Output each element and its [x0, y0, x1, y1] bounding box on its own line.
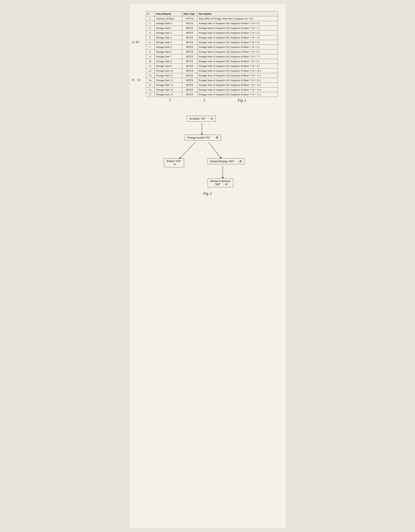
state-A-label: Available "111" — [190, 117, 206, 120]
cell-description: Postage State of Sequence Id ( Sequence … — [197, 92, 278, 97]
fig2-label: Fig. 2 — [137, 192, 278, 196]
cell-element: Postage State 14 — [154, 87, 182, 92]
cell-num: 17. — [146, 92, 154, 97]
state-box-C: Printed "010" C — [164, 158, 184, 167]
col-header-type: Data Type — [182, 12, 197, 16]
cell-element: Postage State 2 — [154, 30, 182, 35]
table-row: 15. Postage State 13 BIT[3] Postage Stat… — [146, 83, 278, 87]
cell-description: Postage State of Sequence Id ( Sequence … — [197, 54, 278, 59]
cell-description: Postage State of Sequence Id ( Sequence … — [197, 40, 278, 45]
cell-element: Sequence Id Base — [154, 16, 182, 21]
cell-num: 5. — [146, 35, 154, 40]
table-wrapper: 15 11 # Data Element Data Type Descripti… — [137, 11, 278, 97]
data-table: # Data Element Data Type Description 1. … — [146, 11, 278, 97]
table-row: 10. Postage State 8 BIT[3] Postage State… — [146, 59, 278, 64]
table-row: 16. Postage State 14 BIT[3] Postage Stat… — [146, 87, 278, 92]
cell-type: BIT[3] — [182, 78, 197, 83]
cell-element: Postage State 0 — [154, 21, 182, 26]
state-D-letter: − D — [237, 160, 241, 163]
cell-description: Postage State of Sequence Id ( Sequence … — [197, 64, 278, 68]
cell-description: Postage State of Sequence Id ( Sequence … — [197, 35, 278, 40]
state-box-A: Available "111" − A — [187, 116, 216, 122]
cell-num: 6. — [146, 40, 154, 45]
cell-num: 13. — [146, 73, 154, 78]
cell-element: Postage State 6 — [154, 49, 182, 54]
cell-element: Postage State 4 — [154, 40, 182, 45]
table-row: 7. Postage State 5 BIT[3] Postage State … — [146, 45, 278, 49]
fig1-bottom-labels: 7 5 Fig. 1 — [137, 98, 278, 103]
cell-num: 3. — [146, 26, 154, 30]
cell-description: Postage State of Sequence Id ( Sequence … — [197, 30, 278, 35]
state-box-B: Postage Loaded "011" − B — [185, 135, 221, 141]
state-box-E: Refund Confirmed "000" − E — [208, 178, 233, 187]
table-row: 11. Postage State 9 BIT[3] Postage State… — [146, 64, 278, 68]
table-row: 2. Postage State 0 BIT[3] Postage State … — [146, 21, 278, 26]
state-diagram: Available "111" − A Postage Loaded "011"… — [160, 110, 255, 190]
cell-element: Postage State 15 — [154, 92, 182, 97]
cell-type: BIT[3] — [182, 45, 197, 49]
page: 15 11 # Data Element Data Type Descripti… — [130, 4, 285, 528]
state-C-letter: C — [174, 163, 176, 166]
cell-type: BIT[3] — [182, 73, 197, 78]
table-row: 1. Sequence Id Base UINT16 Base offset o… — [146, 16, 278, 21]
cell-element: Postage State 7 — [154, 54, 182, 59]
cell-type: BIT[3] — [182, 54, 197, 59]
cell-description: Postage State of Sequence Id ( Sequence … — [197, 59, 278, 64]
table-row: 5. Postage State 3 BIT[3] Postage State … — [146, 35, 278, 40]
cell-num: 16. — [146, 87, 154, 92]
table-row: 4. Postage State 2 BIT[3] Postage State … — [146, 30, 278, 35]
cell-element: Postage State 3 — [154, 35, 182, 40]
cell-type: BIT[3] — [182, 87, 197, 92]
diagram-arrows — [160, 110, 255, 190]
cell-type: BIT[3] — [182, 21, 197, 26]
state-B-letter: − B — [214, 136, 218, 139]
cell-element: Postage State 12 — [154, 78, 182, 83]
cell-num: 12. — [146, 68, 154, 73]
table-row: 13. Postage State 11 BIT[3] Postage Stat… — [146, 73, 278, 78]
table-row: 6. Postage State 4 BIT[3] Postage State … — [146, 40, 278, 45]
label-7: 7 — [169, 98, 171, 103]
cell-element: Postage State 9 — [154, 64, 182, 68]
annotation-15: 15→ — [132, 40, 138, 44]
col-header-element: Data Element — [154, 12, 182, 16]
cell-type: BIT[3] — [182, 30, 197, 35]
cell-description: Postage State of Sequence Id ( Sequence … — [197, 83, 278, 87]
state-D-label: Refund Pending "001" — [211, 160, 234, 163]
cell-description: Postage State of Sequence Id ( Sequence … — [197, 78, 278, 83]
col-header-description: Description — [197, 12, 278, 16]
state-A-letter: − A — [209, 117, 213, 120]
cell-num: 9. — [146, 54, 154, 59]
state-B-label: Postage Loaded "011" — [188, 136, 211, 139]
cell-num: 2. — [146, 21, 154, 26]
table-row: 8. Postage State 6 BIT[3] Postage State … — [146, 49, 278, 54]
state-box-D: Refund Pending "001" − D — [208, 158, 244, 164]
table-row: 14. Postage State 12 BIT[3] Postage Stat… — [146, 78, 278, 83]
cell-element: Postage State 8 — [154, 59, 182, 64]
cell-type: BIT[3] — [182, 64, 197, 68]
cell-type: UINT16 — [182, 16, 197, 21]
cell-description: Postage State of Sequence Id ( Sequence … — [197, 21, 278, 26]
cell-type: BIT[3] — [182, 68, 197, 73]
cell-description: Postage State of Sequence Id ( Sequence … — [197, 68, 278, 73]
label-5: 5 — [203, 98, 205, 103]
cell-type: BIT[3] — [182, 83, 197, 87]
cell-description: Postage State of Sequence Id ( Sequence … — [197, 49, 278, 54]
annotation-11: 11→ — [132, 78, 138, 82]
cell-type: BIT[3] — [182, 49, 197, 54]
fig2-container: Available "111" − A Postage Loaded "011"… — [137, 110, 278, 196]
cell-type: BIT[3] — [182, 35, 197, 40]
cell-num: 15. — [146, 83, 154, 87]
svg-line-4 — [209, 142, 221, 158]
cell-description: Base offset of Postage State Item ( Sequ… — [197, 16, 278, 21]
cell-num: 1. — [146, 16, 154, 21]
state-C-label: Printed "010" — [167, 160, 181, 163]
cell-description: Postage State of Sequence Id ( Sequence … — [197, 26, 278, 30]
table-row: 12. Postage State 10 BIT[3] Postage Stat… — [146, 68, 278, 73]
cell-num: 8. — [146, 49, 154, 54]
state-E-letter: − E — [223, 183, 228, 186]
cell-element: Postage State 5 — [154, 45, 182, 49]
cell-description: Postage State of Sequence Id ( Sequence … — [197, 45, 278, 49]
cell-element: Postage State 13 — [154, 83, 182, 87]
table-row: 3. Postage State 1 BIT[3] Postage State … — [146, 26, 278, 30]
cell-description: Postage State of Sequence Id ( Sequence … — [197, 73, 278, 78]
